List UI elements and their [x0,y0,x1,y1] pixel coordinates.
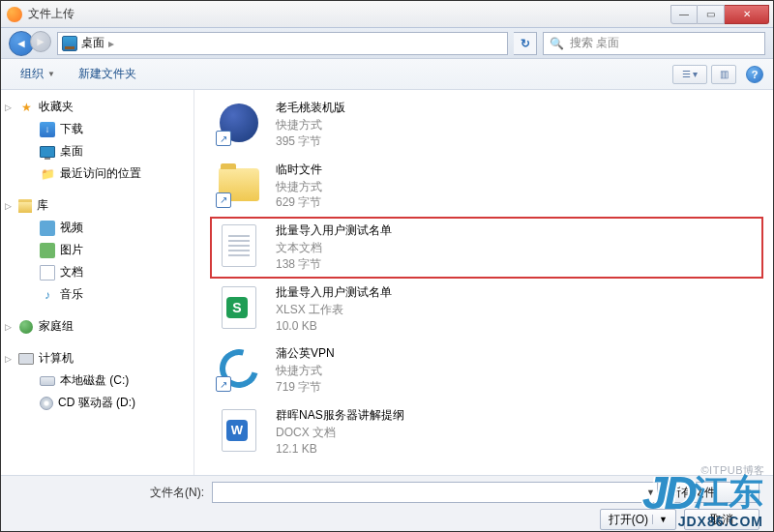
library-icon [18,199,32,213]
file-type: 快捷方式 [276,179,322,195]
sidebar-favorites[interactable]: ★ 收藏夹 [1,96,194,118]
sidebar-homegroup[interactable]: 家庭组 [1,315,194,338]
file-size: 138 字节 [276,256,392,273]
open-button[interactable]: 打开(O) ▼ [600,509,676,530]
music-icon: ♪ [40,287,55,303]
file-type: 快捷方式 [276,117,345,133]
body: ★ 收藏夹 ↓下载 桌面 📁最近访问的位置 库 视频 图片 文档 ♪音乐 家庭组 [1,90,773,475]
homegroup-icon [18,319,34,335]
search-placeholder: 搜索 桌面 [570,35,619,51]
cd-icon [40,397,53,410]
picture-icon [40,243,55,258]
file-name: 批量导入用户测试名单 [276,284,392,301]
sidebar-item-documents[interactable]: 文档 [1,261,194,283]
file-name: 老毛桃装机版 [276,100,345,116]
title-bar: 文件上传 — ▭ ✕ [1,1,773,28]
window-title: 文件上传 [28,6,670,22]
view-mode-button[interactable]: ☰ ▾ [672,65,707,84]
preview-pane-button[interactable]: ▥ [711,65,736,84]
drive-icon [40,376,55,386]
window-buttons: — ▭ ✕ [670,5,769,24]
file-type: DOCX 文档 [276,425,404,441]
document-icon [40,265,55,281]
file-size: 12.1 KB [276,441,404,458]
sidebar-libraries[interactable]: 库 [1,194,194,217]
sidebar-item-downloads[interactable]: ↓下载 [1,118,194,140]
file-item[interactable]: 批量导入用户测试名单XLSX 工作表10.0 KB [210,279,763,340]
filename-input[interactable] [212,482,658,503]
sidebar-item-music[interactable]: ♪音乐 [1,283,194,306]
forward-button[interactable]: ► [30,31,51,52]
search-input[interactable]: 🔍 搜索 桌面 [543,32,765,55]
nav-row: ◄ ► 桌面 ▸ ↻ 🔍 搜索 桌面 [1,28,773,59]
file-icon [216,162,262,208]
refresh-button[interactable]: ↻ [514,32,537,55]
new-folder-button[interactable]: 新建文件夹 [69,62,146,86]
file-name: 蒲公英VPN [276,345,335,362]
breadcrumb-location: 桌面 [81,35,104,51]
firefox-icon [7,7,22,22]
sidebar-item-desktop[interactable]: 桌面 [1,140,194,163]
dialog-footer: 文件名(N): ▼ 所有文件 ▼ 打开(O) ▼ 取消 [1,475,773,532]
file-item[interactable]: 老毛桃装机版快捷方式395 字节 [210,94,763,156]
file-name: 临时文件 [276,162,322,178]
sidebar-item-videos[interactable]: 视频 [1,217,194,239]
file-icon [216,100,262,146]
toolbar: 组织 ▼ 新建文件夹 ☰ ▾ ▥ ? [1,59,773,90]
recent-icon: 📁 [40,166,55,182]
star-icon: ★ [18,100,34,115]
sidebar-item-drive-d[interactable]: CD 驱动器 (D:) [1,392,194,414]
file-meta: 老毛桃装机版快捷方式395 字节 [276,100,345,150]
search-icon: 🔍 [550,37,564,50]
file-meta: 群晖NAS服务器讲解提纲DOCX 文档12.1 KB [276,407,404,458]
file-type: 快捷方式 [276,363,335,379]
file-meta: 批量导入用户测试名单XLSX 工作表10.0 KB [276,284,392,335]
file-name: 群晖NAS服务器讲解提纲 [276,407,404,424]
file-type: 文本文档 [276,240,392,256]
filename-dropdown-icon[interactable]: ▼ [646,488,655,497]
file-meta: 蒲公英VPN快捷方式719 字节 [276,345,335,396]
file-item[interactable]: 临时文件快捷方式629 字节 [210,156,763,218]
file-size: 719 字节 [276,379,335,396]
chevron-right-icon: ▸ [108,37,114,50]
file-item[interactable]: 群晖NAS服务器讲解提纲DOCX 文档12.1 KB [210,401,763,463]
file-type-filter[interactable]: 所有文件 ▼ [663,482,759,503]
cancel-button[interactable]: 取消 [684,509,759,530]
help-button[interactable]: ? [746,66,763,83]
breadcrumb[interactable]: 桌面 ▸ [57,32,508,55]
sidebar-item-recent[interactable]: 📁最近访问的位置 [1,163,194,185]
file-list: 老毛桃装机版快捷方式395 字节临时文件快捷方式629 字节批量导入用户测试名单… [194,90,773,475]
file-icon [216,345,262,392]
chevron-down-icon: ▼ [744,488,753,497]
file-icon [216,222,262,269]
file-type: XLSX 工作表 [276,302,392,318]
file-icon [216,407,262,454]
file-item[interactable]: 批量导入用户测试名单文本文档138 字节 [210,217,763,279]
download-icon: ↓ [40,122,55,137]
sidebar: ★ 收藏夹 ↓下载 桌面 📁最近访问的位置 库 视频 图片 文档 ♪音乐 家庭组 [1,90,194,475]
file-meta: 批量导入用户测试名单文本文档138 字节 [276,222,392,273]
sidebar-item-drive-c[interactable]: 本地磁盘 (C:) [1,369,194,392]
watermark: ©ITPUB博客 [701,463,766,478]
organize-button[interactable]: 组织 ▼ [11,62,65,86]
file-size: 10.0 KB [276,318,392,335]
sidebar-item-pictures[interactable]: 图片 [1,239,194,261]
desktop-icon [62,36,77,51]
desktop-icon [40,146,55,158]
file-icon [216,284,262,331]
file-size: 629 字节 [276,194,322,211]
video-icon [40,221,55,236]
file-item[interactable]: 蒲公英VPN快捷方式719 字节 [210,340,763,401]
file-name: 批量导入用户测试名单 [276,222,392,239]
file-meta: 临时文件快捷方式629 字节 [276,162,322,212]
sidebar-computer[interactable]: 计算机 [1,347,194,369]
minimize-button[interactable]: — [670,5,698,24]
chevron-down-icon: ▼ [47,70,55,78]
split-arrow-icon: ▼ [652,515,668,524]
maximize-button[interactable]: ▭ [698,5,725,24]
filename-label: 文件名(N): [150,485,204,501]
file-size: 395 字节 [276,133,345,150]
computer-icon [18,353,34,365]
close-button[interactable]: ✕ [725,5,769,24]
nav-back-forward: ◄ ► [9,31,51,56]
